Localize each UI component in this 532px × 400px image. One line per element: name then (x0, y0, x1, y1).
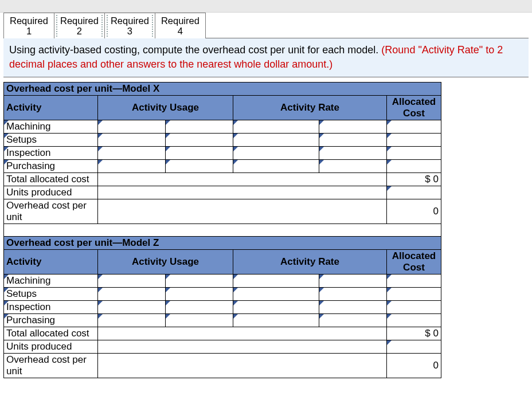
cell-ohpu-value: 0 (387, 199, 441, 223)
cell-allocated[interactable] (387, 120, 441, 133)
row-inspection: Inspection (4, 146, 441, 159)
cell-rate-value[interactable] (233, 274, 319, 287)
row-purchasing-z: Purchasing (4, 313, 441, 327)
cell-rate-unit[interactable] (319, 287, 387, 300)
cell-allocated[interactable] (387, 274, 441, 287)
cell-total-value: $ 0 (387, 327, 441, 340)
cell-allocated[interactable] (387, 300, 441, 313)
tab-required-4[interactable]: Required 4 (155, 13, 206, 38)
spacer-row (4, 223, 441, 236)
cell-rate-unit[interactable] (319, 313, 387, 327)
tab-label-line2: 3 (127, 26, 132, 36)
cell-usage-value[interactable] (98, 120, 166, 133)
cell-rate-value[interactable] (233, 146, 319, 159)
row-units-z: Units produced (4, 340, 441, 353)
cell-allocated[interactable] (387, 146, 441, 159)
cell-rate-value[interactable] (233, 133, 319, 146)
section-title-x: Overhead cost per unit—Model X (4, 82, 441, 95)
top-strip (0, 0, 532, 13)
cell-usage-unit[interactable] (166, 159, 233, 172)
cell-units-value[interactable] (387, 186, 441, 199)
cell-label[interactable]: Setups (4, 133, 98, 146)
tab-indicator-right (151, 14, 154, 37)
cell-usage-value[interactable] (98, 300, 166, 313)
cell-label[interactable]: Machining (4, 120, 98, 133)
tab-indicator-left (56, 14, 58, 37)
cell-label[interactable]: Inspection (4, 146, 98, 159)
cell-label[interactable]: Purchasing (4, 313, 98, 327)
cell-rate-unit[interactable] (319, 274, 387, 287)
cell-blank (98, 353, 387, 378)
cell-total-value: $ 0 (387, 172, 441, 186)
tab-label-line2: 2 (77, 26, 82, 36)
cell-rate-unit[interactable] (319, 133, 387, 146)
cell-usage-value[interactable] (98, 274, 166, 287)
cell-allocated[interactable] (387, 133, 441, 146)
tabs-row: Required 1 Required 2 Required 3 Require… (0, 13, 532, 38)
cell-allocated[interactable] (387, 159, 441, 172)
cell-usage-value[interactable] (98, 133, 166, 146)
cell-label: Overhead cost per unit (4, 353, 98, 378)
cell-usage-unit[interactable] (166, 300, 233, 313)
hdr-usage: Activity Usage (98, 249, 233, 274)
cell-label[interactable]: Inspection (4, 300, 98, 313)
cell-usage-value[interactable] (98, 146, 166, 159)
cell-usage-value[interactable] (98, 313, 166, 327)
cell-rate-unit[interactable] (319, 146, 387, 159)
row-ohpu: Overhead cost per unit 0 (4, 199, 441, 223)
cell-ohpu-value: 0 (387, 353, 441, 378)
total-value: 0 (433, 174, 439, 185)
cell-usage-unit[interactable] (166, 274, 233, 287)
cell-rate-unit[interactable] (319, 300, 387, 313)
cell-label[interactable]: Machining (4, 274, 98, 287)
hdr-rate: Activity Rate (233, 249, 387, 274)
tab-required-3[interactable]: Required 3 (104, 13, 155, 38)
row-machining: Machining (4, 120, 441, 133)
tab-label-line1: Required (161, 15, 200, 26)
cell-rate-value[interactable] (233, 287, 319, 300)
hdr-activity: Activity (4, 249, 98, 274)
cell-allocated[interactable] (387, 287, 441, 300)
cell-usage-value[interactable] (98, 287, 166, 300)
cell-usage-unit[interactable] (166, 146, 233, 159)
row-purchasing: Purchasing (4, 159, 441, 172)
cell-blank (98, 172, 387, 186)
tab-label-line1: Required (111, 15, 149, 26)
row-setups: Setups (4, 133, 441, 146)
cell-usage-unit[interactable] (166, 313, 233, 327)
cell-allocated[interactable] (387, 313, 441, 327)
cell-rate-value[interactable] (233, 300, 319, 313)
currency-symbol: $ (423, 328, 431, 339)
cell-units-value[interactable] (387, 340, 441, 353)
tab-label-line1: Required (10, 15, 48, 26)
hdr-allocated: Allocated Cost (387, 249, 441, 274)
cell-blank (98, 199, 387, 223)
cell-rate-value[interactable] (233, 313, 319, 327)
cell-blank (98, 327, 387, 340)
cell-rate-unit[interactable] (319, 159, 387, 172)
row-machining-z: Machining (4, 274, 441, 287)
cell-label[interactable]: Purchasing (4, 159, 98, 172)
cell-rate-unit[interactable] (319, 120, 387, 133)
cell-label[interactable]: Setups (4, 287, 98, 300)
cell-rate-value[interactable] (233, 159, 319, 172)
row-total-z: Total allocated cost $ 0 (4, 327, 441, 340)
cell-usage-unit[interactable] (166, 287, 233, 300)
tab-required-1[interactable]: Required 1 (3, 13, 54, 38)
tab-indicator-left (106, 14, 108, 37)
section-title-z: Overhead cost per unit—Model Z (4, 236, 441, 249)
hdr-activity: Activity (4, 95, 98, 120)
row-inspection-z: Inspection (4, 300, 441, 313)
tab-label-line2: 1 (26, 26, 32, 36)
tab-required-2[interactable]: Required 2 (54, 13, 105, 38)
cell-usage-value[interactable] (98, 159, 166, 172)
total-value: 0 (433, 328, 439, 339)
currency-symbol: $ (423, 174, 431, 185)
hdr-usage: Activity Usage (98, 95, 233, 120)
instruction-main: Using activity-based costing, compute th… (9, 44, 381, 56)
row-setups-z: Setups (4, 287, 441, 300)
cell-rate-value[interactable] (233, 120, 319, 133)
cell-usage-unit[interactable] (166, 120, 233, 133)
row-ohpu-z: Overhead cost per unit 0 (4, 353, 441, 378)
cell-usage-unit[interactable] (166, 133, 233, 146)
